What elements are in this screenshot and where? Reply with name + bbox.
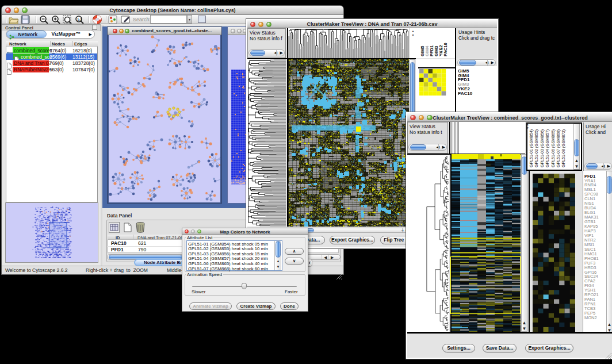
svg-text:1:1: 1:1 <box>77 18 82 21</box>
